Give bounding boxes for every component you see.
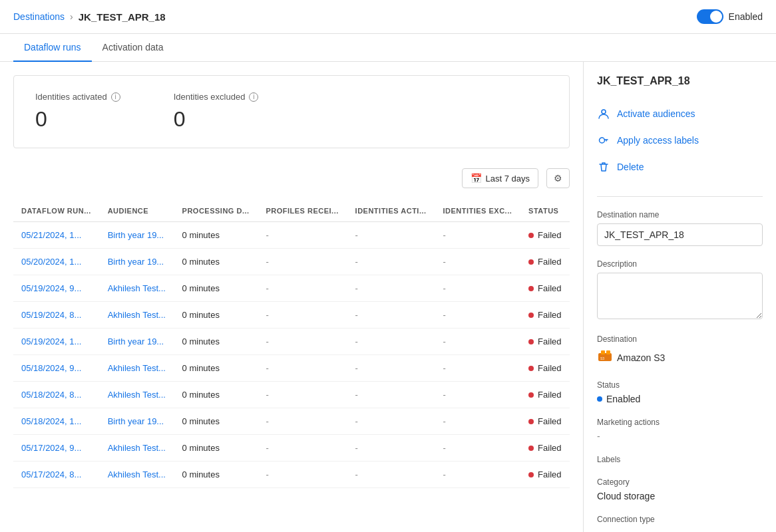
audience-link-0[interactable]: Birth year 19...	[108, 230, 164, 240]
table-row: 05/18/2024, 1... Birth year 19... 0 minu…	[13, 408, 570, 435]
failed-label-6: Failed	[538, 390, 561, 400]
audience-link-4[interactable]: Birth year 19...	[108, 336, 164, 346]
date-filter-button[interactable]: 📅 Last 7 days	[462, 168, 539, 188]
marketing-actions-field: Marketing actions -	[597, 418, 763, 442]
cell-processing-7: 0 minutes	[174, 408, 258, 435]
failed-label-8: Failed	[538, 443, 561, 453]
tab-activation-data[interactable]: Activation data	[92, 34, 174, 62]
run-link-6[interactable]: 05/18/2024, 8...	[21, 390, 81, 400]
category-field: Category Cloud storage	[597, 477, 763, 501]
run-link-5[interactable]: 05/18/2024, 9...	[21, 363, 81, 373]
cell-audience-1: Birth year 19...	[100, 249, 174, 275]
col-status: STATUS	[520, 200, 570, 222]
cell-identities-act-2: -	[347, 275, 435, 302]
run-link-8[interactable]: 05/17/2024, 9...	[21, 443, 81, 453]
cell-identities-act-3: -	[347, 302, 435, 329]
stat-identities-activated: Identities activated i 0	[35, 92, 120, 132]
run-link-1[interactable]: 05/20/2024, 1...	[21, 257, 81, 267]
enabled-toggle[interactable]	[697, 9, 723, 24]
column-settings-button[interactable]: ⚙	[546, 168, 570, 188]
sidebar-actions: Activate audiences Apply access labels	[597, 100, 763, 180]
table-header-row: DATAFLOW RUN... AUDIENCE PROCESSING D...…	[13, 200, 570, 222]
table-toolbar: 📅 Last 7 days ⚙	[13, 162, 570, 195]
key-icon	[597, 134, 610, 147]
activate-audiences-action[interactable]: Activate audiences	[597, 100, 763, 127]
breadcrumb-separator: ›	[70, 11, 73, 22]
failed-dot-1	[528, 259, 534, 265]
destination-name-text: Amazon S3	[617, 352, 665, 363]
table-row: 05/17/2024, 8... Akhilesh Test... 0 minu…	[13, 462, 570, 488]
audience-link-6[interactable]: Akhilesh Test...	[108, 390, 166, 400]
labels-field: Labels	[597, 455, 763, 464]
apply-access-labels-label: Apply access labels	[617, 135, 699, 146]
cell-identities-exc-3: -	[435, 302, 520, 329]
enabled-label: Enabled	[729, 11, 763, 22]
cell-processing-0: 0 minutes	[174, 222, 258, 249]
identities-excluded-info-icon[interactable]: i	[249, 92, 258, 102]
destination-value: S3 Amazon S3	[597, 348, 763, 367]
identities-activated-info-icon[interactable]: i	[111, 92, 120, 102]
cell-identities-act-5: -	[347, 355, 435, 382]
cell-profiles-4: -	[258, 329, 347, 355]
run-link-3[interactable]: 05/19/2024, 8...	[21, 310, 81, 320]
cell-profiles-6: -	[258, 382, 347, 408]
audience-link-7[interactable]: Birth year 19...	[108, 416, 164, 426]
cell-processing-9: 0 minutes	[174, 462, 258, 488]
run-link-0[interactable]: 05/21/2024, 1...	[21, 230, 81, 240]
cell-status-7: Failed	[520, 408, 570, 435]
run-link-9[interactable]: 05/17/2024, 8...	[21, 469, 81, 479]
tab-dataflow-runs[interactable]: Dataflow runs	[13, 34, 92, 62]
failed-label-3: Failed	[538, 310, 561, 320]
cell-identities-act-1: -	[347, 249, 435, 275]
failed-dot-9	[528, 472, 534, 477]
col-processing: PROCESSING D...	[174, 200, 258, 222]
col-dataflow-run: DATAFLOW RUN...	[13, 200, 100, 222]
cell-run-6: 05/18/2024, 8...	[13, 382, 100, 408]
run-link-7[interactable]: 05/18/2024, 1...	[21, 416, 81, 426]
run-link-2[interactable]: 05/19/2024, 9...	[21, 283, 81, 293]
col-profiles: PROFILES RECEI...	[258, 200, 347, 222]
failed-dot-8	[528, 446, 534, 451]
description-label: Description	[597, 259, 763, 269]
destination-name-input[interactable]	[597, 223, 763, 246]
audience-link-9[interactable]: Akhilesh Test...	[108, 469, 166, 479]
audience-link-2[interactable]: Akhilesh Test...	[108, 283, 166, 293]
svg-rect-3	[601, 350, 605, 354]
failed-label-9: Failed	[538, 469, 561, 479]
cell-identities-exc-0: -	[435, 222, 520, 249]
table-row: 05/19/2024, 9... Akhilesh Test... 0 minu…	[13, 275, 570, 302]
status-field: Status Enabled	[597, 380, 763, 404]
cell-processing-3: 0 minutes	[174, 302, 258, 329]
svg-text:S3: S3	[600, 356, 604, 360]
destination-label: Destination	[597, 334, 763, 344]
description-field: Description	[597, 259, 763, 321]
cell-profiles-1: -	[258, 249, 347, 275]
audience-link-5[interactable]: Akhilesh Test...	[108, 363, 166, 373]
description-textarea[interactable]	[597, 273, 763, 319]
table-row: 05/19/2024, 1... Birth year 19... 0 minu…	[13, 329, 570, 355]
stats-card: Identities activated i 0 Identities excl…	[13, 75, 570, 148]
stat-identities-excluded: Identities excluded i 0	[174, 92, 259, 132]
apply-access-labels-action[interactable]: Apply access labels	[597, 127, 763, 154]
audience-link-1[interactable]: Birth year 19...	[108, 257, 164, 267]
failed-dot-2	[528, 286, 534, 291]
failed-dot-0	[528, 233, 534, 238]
destination-name-field: Destination name	[597, 210, 763, 246]
cell-identities-act-7: -	[347, 408, 435, 435]
cell-audience-4: Birth year 19...	[100, 329, 174, 355]
cell-run-0: 05/21/2024, 1...	[13, 222, 100, 249]
run-link-4[interactable]: 05/19/2024, 1...	[21, 336, 81, 346]
failed-label-2: Failed	[538, 283, 561, 293]
audience-link-8[interactable]: Akhilesh Test...	[108, 443, 166, 453]
delete-action[interactable]: Delete	[597, 154, 763, 180]
cell-status-5: Failed	[520, 355, 570, 382]
cell-profiles-9: -	[258, 462, 347, 488]
status-text: Enabled	[606, 394, 640, 404]
cell-run-2: 05/19/2024, 9...	[13, 275, 100, 302]
failed-label-4: Failed	[538, 336, 561, 346]
cell-run-1: 05/20/2024, 1...	[13, 249, 100, 275]
audience-link-3[interactable]: Akhilesh Test...	[108, 310, 166, 320]
breadcrumb-parent[interactable]: Destinations	[13, 11, 65, 22]
date-filter-label: Last 7 days	[486, 174, 530, 184]
cell-status-2: Failed	[520, 275, 570, 302]
